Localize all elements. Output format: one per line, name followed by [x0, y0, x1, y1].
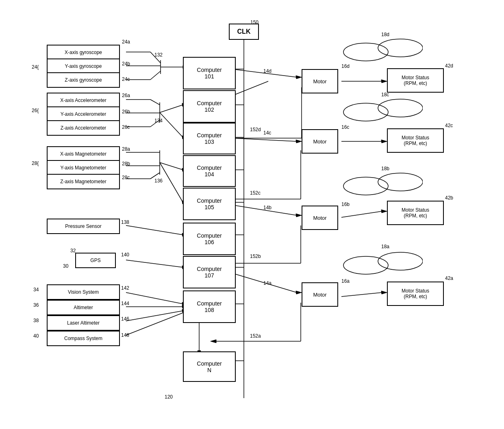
ref-24b: 24b	[122, 61, 130, 67]
ref-34: 34	[33, 287, 39, 292]
ref-152b: 152b	[250, 254, 261, 259]
svg-point-83	[343, 177, 388, 195]
svg-marker-77	[381, 291, 387, 294]
ref-24c: 24c	[122, 76, 130, 82]
svg-point-82	[378, 99, 423, 117]
computer-106: Computer106	[183, 223, 236, 255]
ref-26a: 26a	[122, 93, 130, 98]
svg-marker-75	[381, 210, 387, 213]
svg-marker-71	[381, 80, 387, 83]
svg-point-85	[343, 256, 388, 274]
ref-18a: 18a	[381, 244, 389, 249]
ref-152d: 152d	[250, 127, 261, 132]
motor-b-status: Motor Status(RPM, etc)	[387, 201, 444, 225]
motor-d-status: Motor Status(RPM, etc)	[387, 68, 444, 93]
x-accel-sensor: X-axis Accelerometer	[47, 93, 120, 108]
y-mag-sensor: Y-axis Magnetometer	[47, 160, 120, 176]
ref-146: 146	[121, 316, 129, 322]
motor-c-status: Motor Status(RPM, etc)	[387, 128, 444, 153]
z-mag-sensor: Z-axis Magnetometer	[47, 174, 120, 189]
svg-point-84	[378, 173, 423, 191]
computer-102: Computer102	[183, 90, 236, 123]
svg-line-35	[160, 162, 183, 202]
ref-28c: 28c	[122, 175, 130, 180]
rotor-b	[341, 170, 423, 202]
ref-18c: 18c	[381, 92, 389, 98]
ref-18b: 18b	[381, 166, 389, 171]
y-accel-sensor: Y-axis Accelerometer	[47, 106, 120, 122]
computer-N: ComputerN	[183, 351, 236, 382]
computer-104: Computer104	[183, 155, 236, 187]
compass-system: Compass System	[47, 331, 120, 346]
mag-group-ref: 28{	[32, 160, 39, 166]
accel-group-ref: 26{	[32, 108, 39, 113]
ref-132: 132	[154, 52, 163, 58]
altimeter-sensor: Altimeter	[47, 300, 120, 315]
svg-point-81	[343, 103, 388, 121]
svg-line-39	[126, 260, 183, 267]
ref-134: 134	[154, 118, 163, 124]
ref-38: 38	[33, 318, 39, 323]
ref-16b: 16b	[341, 202, 350, 207]
svg-marker-57	[296, 291, 302, 294]
ref-18d: 18d	[381, 32, 389, 37]
gyro-group-ref: 24{	[32, 64, 39, 70]
ref-14b: 14b	[263, 205, 272, 210]
svg-marker-73	[381, 140, 387, 143]
ref-14c: 14c	[263, 130, 271, 136]
ref-138: 138	[121, 219, 129, 225]
svg-point-79	[343, 43, 388, 61]
rotor-c	[341, 96, 423, 128]
rotor-a	[341, 249, 423, 282]
y-gyro-sensor: Y-axis gyroscope	[47, 58, 120, 74]
ref-120: 120	[165, 394, 173, 400]
computer-107: Computer107	[183, 256, 236, 288]
ref-42c: 42c	[445, 123, 453, 128]
svg-line-45	[126, 311, 183, 321]
ref-26c: 26c	[122, 124, 130, 130]
ref-148: 148	[121, 332, 129, 338]
ref-42a: 42a	[445, 275, 453, 281]
ref-16c: 16c	[341, 124, 349, 130]
svg-line-19	[150, 100, 160, 105]
vision-system: Vision System	[47, 284, 120, 300]
svg-line-14	[150, 71, 161, 80]
computer-101: Computer101	[183, 57, 236, 89]
gps-sensor: GPS	[75, 253, 116, 268]
computer-105: Computer105	[183, 188, 236, 220]
ref-140: 140	[121, 252, 129, 258]
ref-28b: 28b	[122, 161, 130, 167]
svg-line-26	[160, 113, 183, 137]
svg-line-37	[126, 225, 183, 235]
ref-24a: 24a	[122, 39, 130, 45]
rotor-d	[341, 36, 423, 68]
x-gyro-sensor: X-axis gyroscope	[47, 45, 120, 60]
pressure-sensor: Pressure Sensor	[47, 219, 120, 234]
ref-16a: 16a	[341, 278, 350, 284]
ref-40: 40	[33, 333, 39, 339]
computer-103: Computer103	[183, 123, 236, 154]
motor-b: Motor	[302, 206, 338, 230]
ref-136: 136	[154, 178, 163, 184]
z-accel-sensor: Z-axis Accelerometer	[47, 120, 120, 136]
ref-144: 144	[121, 301, 129, 306]
ref-14a: 14a	[263, 280, 272, 286]
motor-a-status: Motor Status(RPM, etc)	[387, 282, 444, 306]
gps-group-ref: 30	[63, 263, 68, 269]
motor-c: Motor	[302, 129, 338, 154]
ref-42b: 42b	[445, 195, 453, 201]
computer-108: Computer108	[183, 290, 236, 323]
ref-14d: 14d	[263, 68, 272, 74]
svg-marker-51	[296, 76, 302, 79]
z-gyro-sensor: Z-axis gyroscope	[47, 72, 120, 88]
svg-marker-53	[296, 140, 302, 143]
svg-point-86	[378, 252, 423, 270]
gps-item-ref: 32	[70, 248, 76, 254]
svg-line-47	[126, 313, 183, 335]
ref-26b: 26b	[122, 109, 130, 115]
svg-line-24	[160, 105, 183, 113]
svg-point-80	[378, 39, 423, 57]
ref-142: 142	[121, 285, 129, 291]
ref-42d: 42d	[445, 63, 453, 69]
x-mag-sensor: X-axis Magnetometer	[47, 146, 120, 162]
